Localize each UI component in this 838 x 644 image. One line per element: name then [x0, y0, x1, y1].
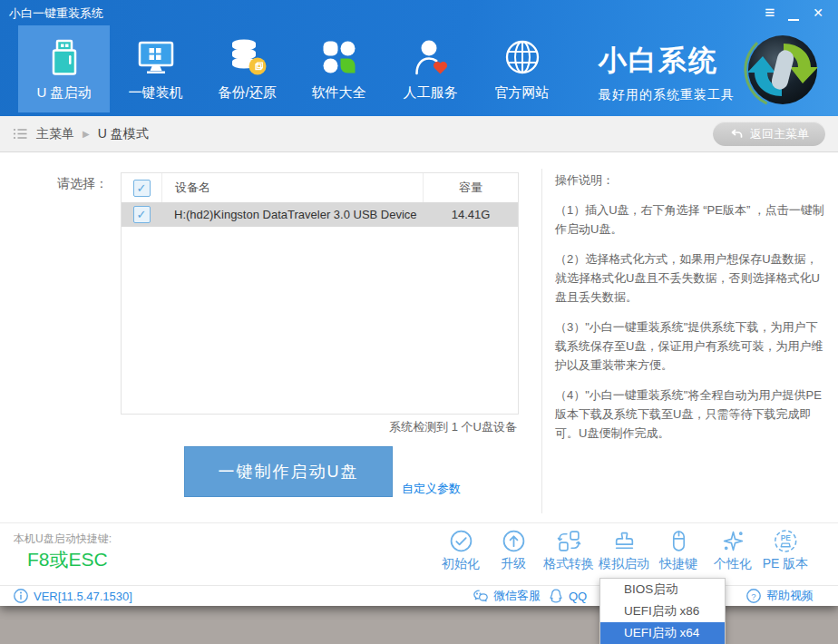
- tool-initialize[interactable]: 初始化: [442, 529, 480, 572]
- row-checkbox[interactable]: ✓: [133, 206, 151, 223]
- tool-label: 模拟启动: [599, 556, 649, 572]
- instruction-item: （3）"小白一键重装系统"提供系统下载，为用户下载系统保存至U盘，保证用户有系统…: [555, 317, 825, 375]
- usb-drive-icon: [44, 36, 85, 78]
- top-bar: 小白一键重装系统 ≡ ✕ U 盘启动: [0, 0, 838, 116]
- nav-item-software[interactable]: 软件大全: [293, 25, 385, 112]
- tool-label: 格式转换: [543, 556, 594, 572]
- nav-label: 备份/还原: [218, 84, 276, 102]
- nav-label: 一键装机: [129, 84, 183, 102]
- breadcrumb-main-menu[interactable]: 主菜单: [36, 126, 74, 142]
- nav-item-one-click-install[interactable]: 一键装机: [110, 25, 201, 112]
- wechat-icon: [473, 588, 489, 604]
- brand-subtitle: 最好用的系统重装工具: [599, 87, 735, 103]
- nav-item-backup-restore[interactable]: 备份/还原: [201, 25, 293, 112]
- instruction-item: （1）插入U盘，右下角选择 “PE版本” ，点击一键制作启动U盘。: [555, 200, 825, 239]
- question-circle-icon: ?: [745, 588, 762, 604]
- app-window: 小白一键重装系统 ≡ ✕ U 盘启动: [0, 0, 838, 606]
- select-all-checkbox[interactable]: ✓: [133, 180, 151, 197]
- database-backup-icon: [227, 36, 268, 78]
- table-header: ✓ 设备名 容量: [122, 173, 518, 202]
- nav-label: 软件大全: [312, 84, 366, 102]
- tool-format-convert[interactable]: 格式转换: [543, 529, 594, 572]
- sparkle-star-icon: [721, 529, 745, 553]
- list-icon: [13, 126, 28, 141]
- chevron-right-icon: ▶: [83, 129, 90, 139]
- device-table: ✓ 设备名 容量 ✓ H:(hd2)Kingston DataTraveler …: [121, 172, 519, 415]
- format-convert-icon: [557, 529, 581, 553]
- svg-text:?: ?: [751, 591, 755, 601]
- tool-hotkeys[interactable]: 快捷键: [659, 529, 697, 572]
- window-controls: ≡ ✕: [765, 0, 823, 25]
- minimize-icon[interactable]: [788, 5, 799, 21]
- pe-version-icon: PE: [773, 529, 797, 553]
- table-row-usb-device[interactable]: ✓ H:(hd2)Kingston DataTraveler 3.0 USB D…: [122, 202, 518, 227]
- person-heart-icon: [410, 36, 452, 78]
- mouse-icon: [667, 529, 691, 553]
- instructions-panel: 操作说明： （1）插入U盘，右下角选择 “PE版本” ，点击一键制作启动U盘。 …: [555, 171, 825, 454]
- instruction-item: （4）"小白一键重装系统"将全程自动为用户提供PE版本下载及系统下载至U盘，只需…: [555, 385, 825, 443]
- select-label: 请选择：: [57, 176, 108, 192]
- close-icon[interactable]: ✕: [813, 0, 823, 25]
- qq-service[interactable]: QQ: [548, 586, 587, 606]
- brand-title: 小白系统: [599, 42, 735, 80]
- footer-divider: [0, 522, 838, 523]
- nav-label: 官方网站: [495, 84, 550, 102]
- info-icon: [13, 588, 29, 604]
- monitor-icon: [135, 36, 177, 78]
- column-header-device: 设备名: [161, 173, 423, 202]
- globe-icon: [502, 36, 543, 78]
- menu-item-uefi-x86[interactable]: UEFI启动 x86: [600, 600, 725, 622]
- app-title: 小白一键重装系统: [9, 0, 103, 25]
- tool-personalize[interactable]: 个性化: [714, 529, 752, 572]
- tool-label: 个性化: [714, 556, 752, 572]
- svg-text:PE: PE: [780, 533, 791, 542]
- version-text: VER[11.5.47.1530]: [34, 590, 132, 603]
- brand-logo-icon: [744, 31, 822, 109]
- tool-upgrade[interactable]: 升级: [501, 529, 526, 572]
- tool-label: 初始化: [442, 556, 480, 572]
- version-info: VER[11.5.47.1530]: [13, 586, 132, 606]
- menu-item-uefi-x64[interactable]: UEFI启动 x64: [600, 622, 725, 644]
- tool-simulate-boot[interactable]: 模拟启动: [599, 529, 649, 572]
- nav-item-usb-boot[interactable]: U 盘启动: [18, 25, 110, 112]
- back-to-main-menu-button[interactable]: 返回主菜单: [713, 122, 825, 146]
- help-video[interactable]: ? 帮助视频: [745, 586, 814, 606]
- menu-icon[interactable]: ≡: [765, 0, 775, 25]
- instructions-title: 操作说明：: [555, 171, 825, 190]
- detect-status-text: 系统检测到 1 个U盘设备: [389, 419, 517, 435]
- nav-item-human-service[interactable]: 人工服务: [385, 25, 476, 112]
- tool-label: 升级: [501, 556, 526, 572]
- nav-label: U 盘启动: [37, 84, 92, 102]
- instruction-item: （2）选择格式化方式，如果用户想保存U盘数据，就选择格式化U盘且不丢失数据，否则…: [555, 249, 825, 307]
- breadcrumb-bar: 主菜单 ▶ U 盘模式 返回主菜单: [0, 116, 838, 152]
- back-button-label: 返回主菜单: [750, 126, 809, 142]
- device-name-cell: H:(hd2)Kingston DataTraveler 3.0 USB Dev…: [161, 202, 424, 227]
- make-boot-usb-button[interactable]: 一键制作启动U盘: [184, 446, 393, 497]
- brand-block: 小白系统 最好用的系统重装工具: [599, 42, 735, 103]
- wechat-service[interactable]: 微信客服: [473, 586, 541, 606]
- help-label: 帮助视频: [766, 588, 814, 604]
- software-clover-icon: [318, 36, 360, 78]
- vertical-divider: [541, 169, 542, 513]
- tool-label: 快捷键: [659, 556, 697, 572]
- capacity-cell: 14.41G: [424, 202, 518, 227]
- arrow-up-circle-icon: [502, 529, 526, 553]
- qq-penguin-icon: [548, 588, 564, 604]
- hotkey-value: F8或ESC: [27, 547, 108, 572]
- breadcrumb-current: U 盘模式: [98, 126, 149, 142]
- main-content: 请选择： ✓ 设备名 容量 ✓ H:(hd2)Kingston DataTrav…: [0, 152, 838, 522]
- main-nav: U 盘启动 一键装机: [18, 25, 568, 112]
- wechat-label: 微信客服: [493, 588, 541, 604]
- boot-mode-menu: BIOS启动 UEFI启动 x86 UEFI启动 x64: [599, 578, 726, 644]
- back-arrow-icon: [729, 127, 744, 141]
- nav-label: 人工服务: [404, 84, 458, 102]
- menu-item-bios-boot[interactable]: BIOS启动: [600, 579, 725, 600]
- qq-label: QQ: [569, 590, 587, 603]
- stamp-icon: [612, 529, 637, 553]
- column-header-capacity: 容量: [423, 173, 518, 202]
- nav-item-official-site[interactable]: 官方网站: [476, 25, 568, 112]
- hotkey-label: 本机U盘启动快捷键:: [14, 532, 112, 547]
- custom-params-link[interactable]: 自定义参数: [402, 481, 461, 497]
- check-circle-icon: [449, 529, 473, 553]
- tool-pe-version[interactable]: PE PE 版本: [763, 529, 809, 572]
